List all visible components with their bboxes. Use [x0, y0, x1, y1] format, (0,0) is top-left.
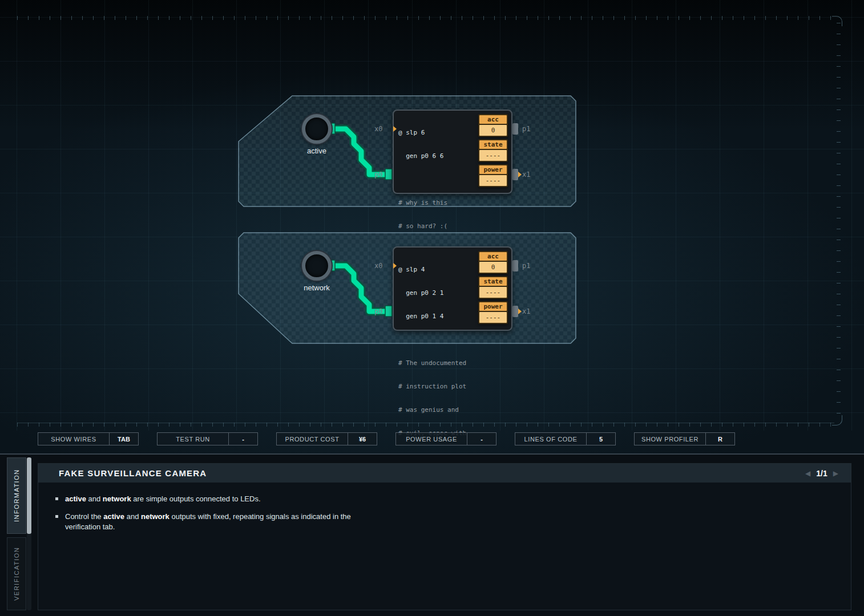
register-name: power: [479, 302, 507, 311]
circuit-canvas[interactable]: active x0 p0 p1 x1 @ slp 6 gen p0 6 6 # …: [0, 0, 864, 431]
register-value: 0: [479, 125, 507, 136]
pin-arrow-icon: [518, 172, 522, 177]
test-run-button[interactable]: TEST RUN -: [157, 432, 258, 445]
button-hotkey: TAB: [109, 432, 139, 445]
pin-arrow-icon: [393, 126, 397, 132]
indicator-value: -: [467, 432, 496, 445]
code-line: gen p0 2 1: [398, 289, 478, 297]
register-power[interactable]: power ----: [478, 301, 508, 324]
register-name: power: [479, 165, 507, 174]
register-value: ----: [479, 287, 507, 298]
pin-label-x1: x1: [522, 307, 535, 315]
app-window: active x0 p0 p1 x1 @ slp 6 gen p0 6 6 # …: [0, 0, 864, 616]
product-cost-indicator: PRODUCT COST ¥6: [276, 432, 377, 445]
register-name: acc: [479, 115, 507, 124]
pin-arrow-icon: [393, 263, 397, 269]
button-hotkey: R: [705, 432, 735, 445]
code-editor-top[interactable]: @ slp 6 gen p0 6 6 # why is this # so ha…: [398, 114, 478, 245]
code-line: # The undocumented: [398, 359, 478, 367]
register-value: 0: [479, 262, 507, 273]
code-line: # instruction plot: [398, 382, 478, 391]
pin-label-p0: p0: [374, 307, 387, 315]
puzzle-title: FAKE SURVEILLANCE CAMERA: [59, 468, 207, 478]
page-number: 1/1: [816, 469, 827, 478]
register-acc[interactable]: acc 0: [478, 251, 508, 274]
led-active-label: active: [294, 147, 340, 155]
code-line: [398, 335, 478, 344]
register-name: state: [479, 140, 507, 149]
code-line: # why is this: [398, 198, 478, 207]
led-network-label: network: [294, 283, 340, 292]
register-state[interactable]: state ----: [478, 139, 508, 162]
bullet-icon: [55, 497, 58, 500]
button-hotkey: -: [228, 432, 258, 445]
tab-verification[interactable]: VERIFICATION: [7, 537, 26, 610]
bottom-toolbar: SHOW WIRES TAB TEST RUN - PRODUCT COST ¥…: [38, 432, 735, 445]
pagination: ◀ 1/1 ▶: [805, 469, 838, 478]
pin-label-x0: x0: [374, 125, 387, 133]
code-line: @ slp 6: [398, 128, 478, 137]
code-line: @ slp 4: [398, 265, 478, 274]
prev-page-icon[interactable]: ◀: [805, 469, 810, 477]
led-network[interactable]: [302, 251, 332, 281]
pin-label-p1: p1: [522, 262, 535, 270]
register-state[interactable]: state ----: [478, 276, 508, 299]
indicator-label: LINES OF CODE: [515, 432, 587, 445]
code-line: gen p0 1 4: [398, 312, 478, 321]
code-line: [398, 175, 478, 184]
register-name: acc: [479, 252, 507, 261]
instruction-text: Control the active and network outputs w…: [65, 512, 376, 532]
register-value: ----: [479, 312, 507, 323]
button-label: SHOW PROFILER: [634, 432, 706, 445]
show-wires-button[interactable]: SHOW WIRES TAB: [38, 432, 139, 445]
information-content: FAKE SURVEILLANCE CAMERA ◀ 1/1 ▶ active …: [38, 463, 851, 610]
indicator-value: 5: [586, 432, 616, 445]
code-line: gen p0 6 6: [398, 152, 478, 160]
button-label: SHOW WIRES: [38, 432, 110, 445]
indicator-label: PRODUCT COST: [276, 432, 348, 445]
information-header: FAKE SURVEILLANCE CAMERA ◀ 1/1 ▶: [38, 464, 851, 483]
pin-label-x0: x0: [374, 262, 387, 270]
code-line: # was genius and: [398, 406, 478, 414]
list-item: Control the active and network outputs w…: [55, 512, 851, 532]
list-item: active and network are simple outputs co…: [55, 494, 851, 504]
lines-of-code-indicator: LINES OF CODE 5: [515, 432, 616, 445]
panel-scrollbar-thumb[interactable]: [27, 457, 31, 534]
pin-arrow-icon: [518, 309, 522, 314]
code-line: # so hard? :(: [398, 222, 478, 230]
show-profiler-button[interactable]: SHOW PROFILER R: [634, 432, 735, 445]
info-panel: INFORMATION VERIFICATION FAKE SURVEILLAN…: [0, 453, 864, 616]
register-power[interactable]: power ----: [478, 164, 508, 187]
pin-label-p1: p1: [522, 125, 535, 133]
bullet-icon: [55, 515, 58, 518]
instruction-text: active and network are simple outputs co…: [65, 494, 261, 504]
indicator-value: ¥6: [348, 432, 377, 445]
register-acc[interactable]: acc 0: [478, 114, 508, 137]
next-page-icon[interactable]: ▶: [833, 469, 838, 477]
register-value: ----: [479, 150, 507, 161]
register-name: state: [479, 277, 507, 286]
power-usage-indicator: POWER USAGE -: [395, 432, 496, 445]
instruction-list: active and network are simple outputs co…: [38, 483, 851, 532]
pin-label-x1: x1: [522, 171, 535, 179]
register-value: ----: [479, 175, 507, 186]
button-label: TEST RUN: [157, 432, 229, 445]
tab-information[interactable]: INFORMATION: [7, 457, 26, 534]
indicator-label: POWER USAGE: [395, 432, 467, 445]
led-active[interactable]: [302, 114, 332, 144]
pin-label-p0: p0: [374, 171, 387, 179]
